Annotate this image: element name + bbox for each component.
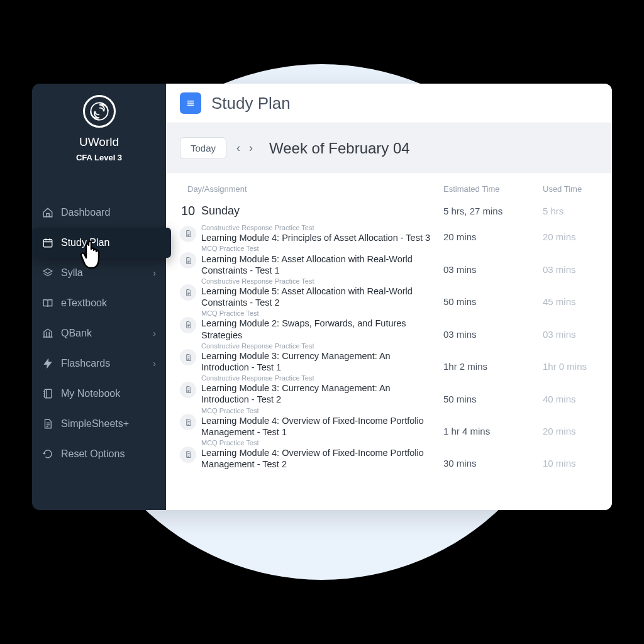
sidebar-item-study-plan[interactable]: Study Plan	[32, 228, 171, 258]
assignment-type: MCQ Practice Test	[201, 245, 438, 253]
brand-logo	[83, 95, 116, 128]
assignment-est: 50 mins	[443, 277, 543, 308]
sidebar-item-label: Reset Options	[61, 448, 125, 460]
sidebar-item-my-notebook[interactable]: My Notebook	[32, 379, 166, 409]
assignment-est: 03 mins	[443, 309, 543, 340]
assignment-row[interactable]: Constructive Response Practice TestLearn…	[180, 223, 598, 244]
brand-subtitle: CFA Level 3	[76, 153, 122, 162]
assignment-title: Learning Module 3: Currency Management: …	[201, 382, 438, 405]
sidebar-item-qbank[interactable]: QBank ›	[32, 318, 166, 348]
sidebar-item-simplesheets[interactable]: SimpleSheets+	[32, 409, 166, 439]
document-icon	[180, 382, 196, 398]
document-icon	[180, 284, 196, 301]
svg-rect-1	[43, 240, 52, 247]
stack-icon	[42, 267, 53, 279]
sidebar-item-label: Sylla	[61, 267, 83, 279]
assignment-used: 40 mins	[543, 374, 598, 405]
book-icon	[42, 297, 53, 309]
sidebar-item-dashboard[interactable]: Dashboard	[32, 197, 166, 228]
document-icon	[180, 317, 196, 333]
sidebar-item-flashcards[interactable]: Flashcards ›	[32, 348, 166, 379]
week-nav: ‹ ›	[236, 142, 253, 155]
day-number: 10	[180, 204, 201, 218]
assignments-list: Constructive Response Practice TestLearn…	[180, 223, 598, 470]
notebook-icon	[42, 388, 53, 399]
sidebar-item-reset-options[interactable]: Reset Options	[32, 439, 166, 469]
assignment-est: 1 hr 4 mins	[443, 407, 543, 438]
assignment-title: Learning Module 5: Asset Allocation with…	[201, 253, 438, 276]
swirl-icon	[89, 101, 110, 122]
assignment-title: Learning Module 4: Overview of Fixed-Inc…	[201, 415, 438, 438]
day-name: Sunday	[201, 204, 443, 218]
bolt-icon	[42, 358, 53, 369]
nav-list: Dashboard Study Plan Sylla › eTextbo	[32, 197, 166, 469]
content-header: Study Plan	[166, 84, 612, 123]
brand-block: UWorld CFA Level 3	[32, 95, 166, 174]
assignment-est: 20 mins	[443, 224, 543, 243]
assignment-title: Learning Module 5: Asset Allocation with…	[201, 286, 438, 308]
sidebar-item-etextbook[interactable]: eTextbook	[32, 288, 166, 318]
document-icon	[180, 252, 196, 269]
assignment-main: MCQ Practice TestLearning Module 5: Asse…	[201, 245, 443, 275]
assignment-row[interactable]: MCQ Practice TestLearning Module 4: Over…	[180, 406, 598, 438]
assignment-icon-cell	[180, 407, 201, 438]
day-used: 5 hrs	[543, 206, 598, 216]
col-header-day: Day/Assignment	[187, 184, 443, 194]
assignment-type: Constructive Response Practice Test	[201, 277, 438, 286]
assignment-icon-cell	[180, 224, 201, 243]
assignment-row[interactable]: MCQ Practice TestLearning Module 2: Swap…	[180, 309, 598, 341]
document-icon	[180, 226, 196, 242]
assignment-type: Constructive Response Practice Test	[201, 374, 438, 382]
assignment-title: Learning Module 4: Principles of Asset A…	[201, 232, 438, 243]
week-toolbar: Today ‹ › Week of February 04	[166, 123, 612, 173]
chevron-right-icon: ›	[153, 358, 156, 369]
week-label: Week of February 04	[269, 140, 410, 157]
sidebar-item-label: Flashcards	[61, 358, 110, 369]
sheet-icon	[42, 418, 53, 430]
sidebar-item-label: My Notebook	[61, 388, 120, 399]
assignment-type: MCQ Practice Test	[201, 407, 438, 415]
assignment-main: Constructive Response Practice TestLearn…	[201, 277, 443, 308]
assignment-icon-cell	[180, 374, 201, 405]
document-icon	[180, 414, 196, 430]
chevron-right-icon: ›	[153, 328, 156, 338]
assignment-icon-cell	[180, 245, 201, 275]
sidebar-item-syllabus[interactable]: Sylla ›	[32, 258, 166, 288]
sidebar-item-label: Study Plan	[61, 237, 109, 248]
calendar-icon	[42, 237, 53, 248]
sidebar-item-label: eTextbook	[61, 297, 107, 309]
assignment-icon-cell	[180, 309, 201, 340]
assignment-used: 20 mins	[543, 407, 598, 438]
assignment-row[interactable]: Constructive Response Practice TestLearn…	[180, 277, 598, 309]
next-week-button[interactable]: ›	[249, 142, 253, 155]
assignment-main: MCQ Practice TestLearning Module 4: Over…	[201, 407, 443, 438]
sidebar: UWorld CFA Level 3 Dashboard Study Plan	[32, 84, 166, 510]
today-button[interactable]: Today	[180, 137, 226, 159]
assignment-main: MCQ Practice TestLearning Module 4: Over…	[201, 439, 443, 470]
assignment-used: 45 mins	[543, 277, 598, 308]
main-content: Study Plan Today ‹ › Week of February 04…	[166, 84, 612, 510]
col-header-used: Used Time	[543, 184, 598, 194]
bank-icon	[42, 328, 53, 339]
assignment-used: 10 mins	[543, 439, 598, 470]
table-header: Day/Assignment Estimated Time Used Time	[180, 184, 598, 201]
assignment-type: MCQ Practice Test	[201, 439, 438, 447]
home-icon	[42, 207, 53, 218]
assignment-row[interactable]: Constructive Response Practice TestLearn…	[180, 341, 598, 374]
assignment-icon-cell	[180, 277, 201, 308]
prev-week-button[interactable]: ‹	[236, 142, 240, 155]
assignment-title: Learning Module 4: Overview of Fixed-Inc…	[201, 447, 438, 470]
assignment-type: Constructive Response Practice Test	[201, 342, 438, 350]
assignment-main: Constructive Response Practice TestLearn…	[201, 374, 443, 405]
assignment-main: Constructive Response Practice TestLearn…	[201, 342, 443, 373]
menu-button[interactable]	[180, 92, 201, 114]
assignment-row[interactable]: MCQ Practice TestLearning Module 4: Over…	[180, 438, 598, 470]
assignment-row[interactable]: MCQ Practice TestLearning Module 5: Asse…	[180, 244, 598, 276]
assignment-title: Learning Module 3: Currency Management: …	[201, 350, 438, 373]
assignment-main: MCQ Practice TestLearning Module 2: Swap…	[201, 309, 443, 340]
assignment-title: Learning Module 2: Swaps, Forwards, and …	[201, 318, 438, 340]
brand-name: UWorld	[79, 135, 119, 149]
day-summary-row: 10 Sunday 5 hrs, 27 mins 5 hrs	[180, 201, 598, 223]
assignment-icon-cell	[180, 342, 201, 373]
assignment-row[interactable]: Constructive Response Practice TestLearn…	[180, 374, 598, 406]
